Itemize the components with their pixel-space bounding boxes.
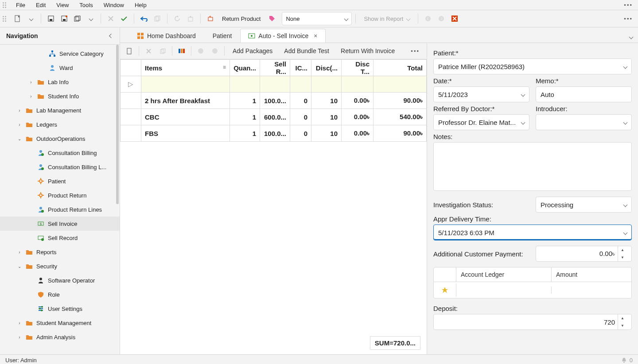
return-with-invoice-button[interactable]: Return With Invoice: [335, 47, 400, 54]
menubar-overflow-button[interactable]: •••: [621, 1, 635, 9]
date-input[interactable]: 5/11/2023: [433, 86, 529, 102]
spin-buttons[interactable]: ▲▼: [618, 314, 627, 329]
add-packages-button[interactable]: Add Packages: [227, 47, 278, 54]
cell-rate[interactable]: 100.0...: [260, 93, 290, 109]
tag-button[interactable]: [266, 12, 278, 25]
tab-home-dashboard[interactable]: Home Dashboard: [129, 29, 204, 43]
expander-closed-icon[interactable]: ›: [28, 94, 34, 99]
cell-total[interactable]: 540.00৳: [373, 109, 427, 125]
nav-item-reports[interactable]: ›Reports: [0, 245, 120, 259]
cell-disc-pct[interactable]: 10: [311, 109, 342, 125]
memo-input[interactable]: Auto: [536, 86, 632, 102]
redo-button[interactable]: [151, 12, 163, 25]
notes-textarea[interactable]: [433, 142, 632, 191]
expander-open-icon[interactable]: ⌄: [17, 136, 22, 141]
cell-item[interactable]: FBS: [141, 125, 230, 142]
undo-button[interactable]: [138, 12, 150, 25]
menu-window[interactable]: Window: [98, 1, 129, 9]
nav-item-security[interactable]: ⌄Security: [0, 259, 120, 273]
delete-button[interactable]: [448, 12, 461, 25]
cell-qty[interactable]: 1: [230, 109, 260, 125]
nav-item-software-operator[interactable]: Software Operator: [0, 273, 120, 287]
toolbar-select[interactable]: None: [282, 12, 352, 25]
referred-by-select[interactable]: Professor Dr. Elaine Mat...: [433, 114, 529, 130]
menu-edit[interactable]: Edit: [31, 1, 51, 9]
new-doc-dropdown[interactable]: [25, 12, 37, 25]
nav-item-patient[interactable]: Patient: [0, 174, 120, 188]
toolbar-overflow-button[interactable]: •••: [621, 15, 635, 23]
save-button[interactable]: [45, 12, 57, 25]
nav-item-consultation-billing-l[interactable]: Consultation Billing L...: [0, 160, 120, 174]
save-star-button[interactable]: [58, 12, 70, 25]
cell-rate[interactable]: 600.0...: [260, 109, 290, 125]
nav-item-lab-management[interactable]: ›Lab Management: [0, 103, 120, 117]
tab-sell-invoice[interactable]: Auto - Sell Invoice ×: [240, 29, 326, 43]
tabbar-expand-button[interactable]: [624, 31, 638, 43]
grid-toolbar-overflow[interactable]: •••: [406, 48, 424, 54]
save-dropdown[interactable]: [85, 12, 97, 25]
col-items[interactable]: Items≡: [141, 60, 230, 76]
scrollbar[interactable]: [116, 45, 119, 204]
cancel-edit-button[interactable]: [105, 12, 117, 25]
cell-item[interactable]: CBC: [141, 109, 230, 125]
nav-item-outdooroperations[interactable]: ⌄OutdoorOperations: [0, 132, 120, 146]
spin-buttons[interactable]: ▲▼: [618, 246, 627, 261]
nav-item-sell-record[interactable]: Sell Record: [0, 231, 120, 245]
menu-file[interactable]: File: [11, 1, 31, 9]
table-row[interactable]: 2 hrs After Breakfast1100.0...0100.00৳90…: [121, 93, 427, 109]
nav-item-product-return-lines[interactable]: Product Return Lines: [0, 202, 120, 217]
tab-patient[interactable]: Patient: [204, 29, 241, 43]
nav-item-admin-analysis[interactable]: ›Admin Analysis: [0, 330, 120, 344]
menu-help[interactable]: Help: [129, 1, 152, 9]
nav-item-ledgers[interactable]: ›Ledgers: [0, 117, 120, 132]
expander-open-icon[interactable]: ⌄: [17, 264, 22, 269]
expander-closed-icon[interactable]: ›: [17, 321, 22, 325]
nav-item-consultation-billing[interactable]: Consultation Billing: [0, 146, 120, 160]
col-sell-rate[interactable]: Sell R...: [260, 60, 290, 76]
patient-select[interactable]: Patrice Miller (R2020258963): [433, 58, 632, 74]
cell-qty[interactable]: 1: [230, 125, 260, 142]
cell-disc-pct[interactable]: 10: [311, 93, 342, 109]
nav-next-button[interactable]: [435, 12, 447, 25]
invoice-items-grid[interactable]: Items≡ Quan... Sell R... IC... Disc(... …: [120, 59, 427, 354]
expander-closed-icon[interactable]: ›: [17, 108, 22, 113]
export-button[interactable]: [184, 12, 197, 25]
nav-item-ward[interactable]: Ward: [0, 61, 120, 75]
deposit-input[interactable]: 720 ▲▼: [433, 314, 632, 330]
cell-total[interactable]: 90.00৳: [373, 93, 427, 109]
cell-disc-taka[interactable]: 0.00৳: [342, 109, 373, 125]
cell-total[interactable]: 90.00৳: [373, 125, 427, 142]
new-doc-button[interactable]: [12, 12, 24, 25]
new-row-button[interactable]: [123, 44, 136, 58]
nav-item-role[interactable]: Role: [0, 287, 120, 302]
expander-closed-icon[interactable]: ›: [17, 335, 22, 340]
col-disc-pct[interactable]: Disc(...: [311, 60, 342, 76]
cell-disc-pct[interactable]: 10: [311, 125, 342, 142]
cell-disc-taka[interactable]: 0.00৳: [342, 125, 373, 142]
collapse-nav-button[interactable]: [109, 35, 116, 38]
col-disc-taka[interactable]: Disc T...: [342, 60, 373, 76]
investigation-status-select[interactable]: Processing: [536, 197, 632, 213]
nav-item-student-management[interactable]: ›Student Management: [0, 316, 120, 330]
bell-icon[interactable]: [621, 357, 627, 363]
col-total[interactable]: Total: [373, 60, 427, 76]
add-bundle-test-button[interactable]: Add Bundle Test: [279, 47, 335, 54]
save-all-button[interactable]: [71, 12, 84, 25]
table-row[interactable]: CBC1600.0...0100.00৳540.00৳: [121, 109, 427, 125]
tab-close-button[interactable]: ×: [314, 33, 317, 39]
cell-ic[interactable]: 0: [290, 93, 311, 109]
new-row[interactable]: ▷: [121, 76, 427, 93]
nav-item-user-settings[interactable]: User Settings: [0, 302, 120, 316]
expander-closed-icon[interactable]: ›: [28, 80, 34, 85]
show-in-report-button[interactable]: Show in Report: [359, 12, 414, 25]
additional-payment-input[interactable]: 0.00৳ ▲▼: [536, 246, 632, 262]
menu-view[interactable]: View: [51, 1, 74, 9]
nav-prev-button[interactable]: [422, 12, 434, 25]
cell-ic[interactable]: 0: [290, 125, 311, 142]
nav-item-sell-invoice[interactable]: $Sell Invoice: [0, 217, 120, 231]
next-record-button[interactable]: [208, 44, 222, 58]
return-product-button[interactable]: Return Product: [218, 12, 265, 25]
prev-record-button[interactable]: [194, 44, 207, 58]
column-chooser-button[interactable]: [175, 44, 188, 58]
nav-item-product-return[interactable]: Product Return: [0, 188, 120, 202]
